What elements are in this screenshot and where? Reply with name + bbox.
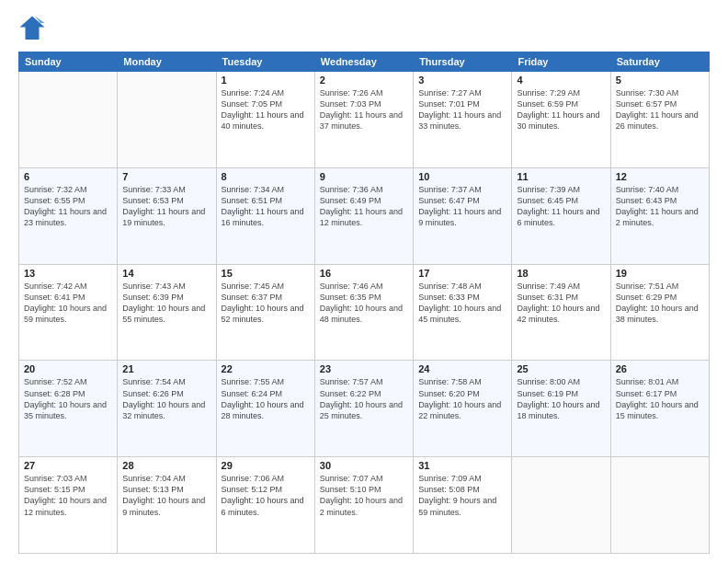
calendar-cell: 17Sunrise: 7:48 AMSunset: 6:33 PMDayligh…: [414, 264, 512, 361]
calendar-cell: 27Sunrise: 7:03 AMSunset: 5:15 PMDayligh…: [19, 457, 118, 554]
day-info: Sunrise: 7:30 AMSunset: 6:57 PMDaylight:…: [616, 87, 704, 132]
calendar-cell: 3Sunrise: 7:27 AMSunset: 7:01 PMDaylight…: [414, 72, 512, 168]
day-info: Sunrise: 8:01 AMSunset: 6:17 PMDaylight:…: [616, 376, 704, 421]
calendar-cell: 24Sunrise: 7:58 AMSunset: 6:20 PMDayligh…: [414, 361, 512, 457]
day-info: Sunrise: 7:46 AMSunset: 6:35 PMDaylight:…: [320, 281, 408, 326]
day-number: 18: [517, 268, 605, 279]
week-row-3: 20Sunrise: 7:52 AMSunset: 6:28 PMDayligh…: [19, 361, 710, 457]
day-info: Sunrise: 7:06 AMSunset: 5:12 PMDaylight:…: [222, 473, 310, 518]
day-info: Sunrise: 7:58 AMSunset: 6:20 PMDaylight:…: [418, 376, 506, 421]
weekday-monday: Monday: [118, 52, 216, 72]
day-number: 22: [222, 363, 310, 374]
weekday-header-row: SundayMondayTuesdayWednesdayThursdayFrid…: [19, 52, 710, 72]
logo: [18, 15, 50, 42]
calendar-cell: 15Sunrise: 7:45 AMSunset: 6:37 PMDayligh…: [216, 264, 314, 361]
day-info: Sunrise: 7:45 AMSunset: 6:37 PMDaylight:…: [222, 281, 310, 326]
day-info: Sunrise: 7:40 AMSunset: 6:43 PMDaylight:…: [616, 184, 704, 229]
day-number: 23: [320, 363, 408, 374]
day-info: Sunrise: 7:24 AMSunset: 7:05 PMDaylight:…: [222, 87, 310, 132]
weekday-saturday: Saturday: [610, 52, 709, 72]
day-number: 11: [517, 171, 605, 182]
day-info: Sunrise: 7:37 AMSunset: 6:47 PMDaylight:…: [418, 184, 506, 229]
day-number: 17: [418, 268, 506, 279]
day-info: Sunrise: 7:51 AMSunset: 6:29 PMDaylight:…: [616, 281, 704, 326]
day-number: 29: [222, 460, 310, 471]
day-number: 12: [616, 171, 704, 182]
day-info: Sunrise: 7:52 AMSunset: 6:28 PMDaylight:…: [24, 376, 112, 421]
day-info: Sunrise: 7:33 AMSunset: 6:53 PMDaylight:…: [122, 184, 210, 229]
day-number: 10: [418, 171, 506, 182]
calendar-cell: 7Sunrise: 7:33 AMSunset: 6:53 PMDaylight…: [118, 167, 216, 264]
calendar-cell: 18Sunrise: 7:49 AMSunset: 6:31 PMDayligh…: [512, 264, 610, 361]
day-info: Sunrise: 7:55 AMSunset: 6:24 PMDaylight:…: [222, 376, 310, 421]
day-number: 5: [616, 75, 704, 86]
day-info: Sunrise: 7:27 AMSunset: 7:01 PMDaylight:…: [418, 87, 506, 132]
calendar-cell: 19Sunrise: 7:51 AMSunset: 6:29 PMDayligh…: [610, 264, 709, 361]
weekday-thursday: Thursday: [414, 52, 512, 72]
day-info: Sunrise: 7:43 AMSunset: 6:39 PMDaylight:…: [122, 281, 210, 326]
calendar-cell: 2Sunrise: 7:26 AMSunset: 7:03 PMDaylight…: [314, 72, 413, 168]
day-info: Sunrise: 7:32 AMSunset: 6:55 PMDaylight:…: [24, 184, 112, 229]
day-info: Sunrise: 7:42 AMSunset: 6:41 PMDaylight:…: [24, 281, 112, 326]
day-number: 7: [122, 171, 210, 182]
day-info: Sunrise: 7:29 AMSunset: 6:59 PMDaylight:…: [517, 87, 605, 132]
weekday-friday: Friday: [512, 52, 610, 72]
calendar-table: SundayMondayTuesdayWednesdayThursdayFrid…: [18, 52, 710, 554]
calendar-cell: 22Sunrise: 7:55 AMSunset: 6:24 PMDayligh…: [216, 361, 314, 457]
calendar-cell: 31Sunrise: 7:09 AMSunset: 5:08 PMDayligh…: [414, 457, 512, 554]
calendar-cell: 30Sunrise: 7:07 AMSunset: 5:10 PMDayligh…: [314, 457, 413, 554]
day-info: Sunrise: 7:48 AMSunset: 6:33 PMDaylight:…: [418, 281, 506, 326]
calendar-cell: 4Sunrise: 7:29 AMSunset: 6:59 PMDaylight…: [512, 72, 610, 168]
day-number: 4: [517, 75, 605, 86]
calendar-cell: 10Sunrise: 7:37 AMSunset: 6:47 PMDayligh…: [414, 167, 512, 264]
week-row-1: 6Sunrise: 7:32 AMSunset: 6:55 PMDaylight…: [19, 167, 710, 264]
weekday-sunday: Sunday: [19, 52, 118, 72]
day-number: 31: [418, 460, 506, 471]
calendar-cell: 12Sunrise: 7:40 AMSunset: 6:43 PMDayligh…: [610, 167, 709, 264]
day-number: 2: [320, 75, 408, 86]
day-number: 6: [24, 171, 112, 182]
day-number: 30: [320, 460, 408, 471]
day-info: Sunrise: 7:57 AMSunset: 6:22 PMDaylight:…: [320, 376, 408, 421]
day-info: Sunrise: 7:39 AMSunset: 6:45 PMDaylight:…: [517, 184, 605, 229]
day-info: Sunrise: 7:49 AMSunset: 6:31 PMDaylight:…: [517, 281, 605, 326]
day-info: Sunrise: 7:04 AMSunset: 5:13 PMDaylight:…: [122, 473, 210, 518]
generalblue-icon: [18, 15, 46, 42]
page: SundayMondayTuesdayWednesdayThursdayFrid…: [0, 0, 728, 563]
day-number: 28: [122, 460, 210, 471]
calendar-cell: [19, 72, 118, 168]
day-number: 21: [122, 363, 210, 374]
day-number: 27: [24, 460, 112, 471]
weekday-wednesday: Wednesday: [314, 52, 413, 72]
calendar-cell: 11Sunrise: 7:39 AMSunset: 6:45 PMDayligh…: [512, 167, 610, 264]
day-info: Sunrise: 7:54 AMSunset: 6:26 PMDaylight:…: [122, 376, 210, 421]
day-number: 19: [616, 268, 704, 279]
calendar-cell: 23Sunrise: 7:57 AMSunset: 6:22 PMDayligh…: [314, 361, 413, 457]
day-number: 8: [222, 171, 310, 182]
day-number: 25: [517, 363, 605, 374]
day-number: 24: [418, 363, 506, 374]
day-number: 1: [222, 75, 310, 86]
calendar-cell: 6Sunrise: 7:32 AMSunset: 6:55 PMDaylight…: [19, 167, 118, 264]
calendar-cell: 20Sunrise: 7:52 AMSunset: 6:28 PMDayligh…: [19, 361, 118, 457]
day-info: Sunrise: 7:09 AMSunset: 5:08 PMDaylight:…: [418, 473, 506, 518]
day-number: 26: [616, 363, 704, 374]
calendar-cell: 5Sunrise: 7:30 AMSunset: 6:57 PMDaylight…: [610, 72, 709, 168]
calendar-cell: [512, 457, 610, 554]
calendar-cell: 26Sunrise: 8:01 AMSunset: 6:17 PMDayligh…: [610, 361, 709, 457]
week-row-4: 27Sunrise: 7:03 AMSunset: 5:15 PMDayligh…: [19, 457, 710, 554]
day-info: Sunrise: 7:26 AMSunset: 7:03 PMDaylight:…: [320, 87, 408, 132]
week-row-0: 1Sunrise: 7:24 AMSunset: 7:05 PMDaylight…: [19, 72, 710, 168]
day-info: Sunrise: 7:34 AMSunset: 6:51 PMDaylight:…: [222, 184, 310, 229]
calendar-cell: 14Sunrise: 7:43 AMSunset: 6:39 PMDayligh…: [118, 264, 216, 361]
day-number: 14: [122, 268, 210, 279]
calendar-cell: 25Sunrise: 8:00 AMSunset: 6:19 PMDayligh…: [512, 361, 610, 457]
header: [18, 15, 710, 42]
calendar-cell: 28Sunrise: 7:04 AMSunset: 5:13 PMDayligh…: [118, 457, 216, 554]
calendar-cell: 1Sunrise: 7:24 AMSunset: 7:05 PMDaylight…: [216, 72, 314, 168]
day-info: Sunrise: 7:03 AMSunset: 5:15 PMDaylight:…: [24, 473, 112, 518]
calendar-cell: [118, 72, 216, 168]
calendar-cell: [610, 457, 709, 554]
day-number: 9: [320, 171, 408, 182]
calendar-cell: 8Sunrise: 7:34 AMSunset: 6:51 PMDaylight…: [216, 167, 314, 264]
